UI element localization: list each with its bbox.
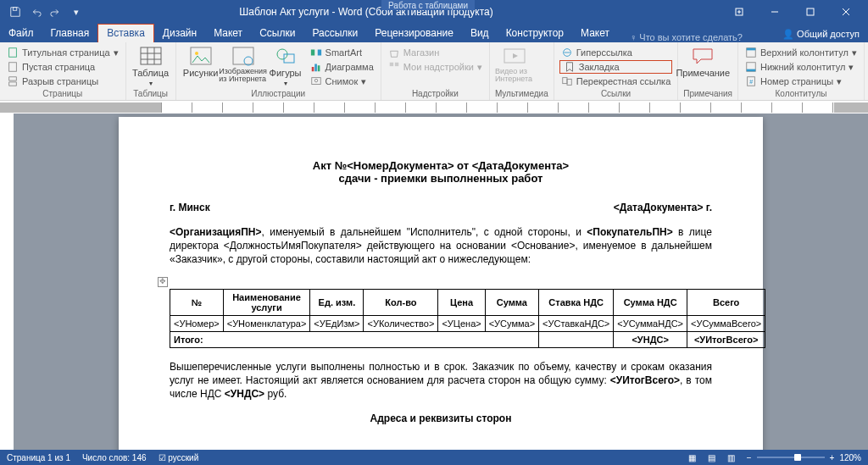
zoom-in-icon[interactable]: +: [830, 453, 835, 462]
online-pictures-button[interactable]: Изображения из Интернета: [224, 44, 263, 83]
zoom-slider[interactable]: [757, 457, 825, 458]
cross-reference-button[interactable]: Перекрестная ссылка: [559, 75, 673, 88]
maximize-icon[interactable]: [793, 1, 827, 23]
table-header-row: №Наименование услугиЕд. изм.Кол-воЦенаСу…: [170, 289, 765, 315]
svg-rect-28: [747, 69, 756, 72]
svg-rect-14: [311, 67, 314, 71]
redo-icon[interactable]: [47, 3, 64, 20]
table-total-row: Итого: <УНДС> <УИтогВсего>: [170, 331, 765, 347]
tab-insert[interactable]: Вставка: [97, 24, 154, 42]
city: г. Минск: [170, 202, 210, 213]
minimize-icon[interactable]: [758, 1, 792, 23]
ribbon-options-icon[interactable]: [722, 1, 756, 23]
bookmark-button[interactable]: Закладка: [559, 60, 673, 74]
ribbon-tabs: Файл Главная Вставка Дизайн Макет Ссылки…: [0, 24, 868, 42]
svg-rect-23: [562, 78, 566, 84]
ribbon: Титульная страница ▾ Пустая страница Раз…: [0, 42, 868, 101]
svg-rect-2: [807, 8, 814, 15]
svg-rect-15: [314, 64, 317, 72]
svg-rect-20: [395, 63, 398, 66]
shapes-button[interactable]: Фигуры▾: [266, 44, 305, 87]
doc-title: Акт №<НомерДокумента> от <ДатаДокумента>…: [170, 159, 712, 185]
table-row: <УНомер><УНоменклатура><УЕдИзм><УКоличес…: [170, 315, 765, 331]
tab-view[interactable]: Вид: [462, 25, 498, 42]
svg-text:#: #: [749, 79, 753, 85]
tab-review[interactable]: Рецензирование: [366, 25, 462, 42]
share-button[interactable]: 👤 Общий доступ: [774, 26, 868, 42]
status-lang[interactable]: ☑ русский: [159, 453, 199, 462]
group-comments: Примечание Примечания: [678, 42, 738, 100]
svg-rect-13: [317, 50, 320, 56]
group-header-footer: Верхний колонтитул ▾ Нижний колонтитул ▾…: [738, 42, 865, 100]
document-area[interactable]: Акт №<НомерДокумента> от <ДатаДокумента>…: [14, 113, 868, 450]
svg-rect-8: [233, 47, 253, 64]
intro-paragraph: <ОрганизацияПН>, именуемый в дальнейшем …: [170, 225, 712, 267]
screenshot-button[interactable]: Снимок ▾: [309, 75, 376, 88]
svg-rect-5: [141, 47, 161, 64]
tab-home[interactable]: Главная: [42, 25, 98, 42]
view-web-icon[interactable]: ▥: [727, 453, 735, 462]
zoom-control[interactable]: − + 120%: [747, 453, 861, 462]
group-links: Гиперссылка Закладка Перекрестная ссылка…: [554, 42, 679, 100]
table-tools-label: Работа с таблицами: [381, 0, 475, 10]
doc-date: <ДатаДокумента> г.: [614, 202, 712, 213]
comment-button[interactable]: Примечание: [683, 44, 722, 78]
store-button[interactable]: Магазин: [387, 46, 484, 59]
tell-me[interactable]: ♀ Что вы хотите сделать?: [630, 32, 774, 42]
tab-file[interactable]: Файл: [0, 25, 42, 42]
footer-button[interactable]: Нижний колонтитул ▾: [743, 60, 859, 74]
pictures-button[interactable]: Рисунки: [181, 44, 220, 78]
undo-icon[interactable]: [27, 3, 44, 20]
window-title: Шаблон Акт услуги - Word (Сбой активации…: [119, 6, 614, 18]
table-button[interactable]: Таблица▾: [131, 44, 170, 87]
tab-layout2[interactable]: Макет: [572, 25, 618, 42]
my-addins-button[interactable]: Мои надстройки ▾: [387, 60, 484, 74]
page-break-button[interactable]: Разрыв страницы: [5, 75, 120, 88]
status-page[interactable]: Страница 1 из 1: [7, 453, 70, 462]
tab-mailings[interactable]: Рассылки: [303, 25, 366, 42]
svg-rect-4: [9, 63, 17, 72]
services-table: №Наименование услугиЕд. изм.Кол-воЦенаСу…: [170, 289, 765, 348]
page-number-button[interactable]: #Номер страницы ▾: [743, 75, 859, 88]
svg-rect-19: [390, 63, 393, 66]
svg-rect-17: [311, 78, 320, 85]
closing-paragraph: Вышеперечисленные услуги выполнены полно…: [170, 360, 712, 401]
svg-rect-3: [9, 48, 17, 58]
quick-access-toolbar: ▾: [0, 3, 85, 20]
svg-rect-26: [747, 48, 756, 51]
header-button[interactable]: Верхний колонтитул ▾: [743, 46, 859, 59]
group-text: AТекстовое поле▾ ▾ A▾ A≡▾ ▾ ▾ Текст: [865, 42, 868, 100]
qat-customize-icon[interactable]: ▾: [68, 3, 85, 20]
blank-page-button[interactable]: Пустая страница: [5, 60, 120, 74]
close-icon[interactable]: [829, 1, 863, 23]
svg-rect-0: [13, 8, 16, 11]
chart-button[interactable]: Диаграмма: [309, 60, 376, 74]
svg-point-18: [314, 79, 318, 82]
group-tables: Таблица▾ Таблицы: [126, 42, 176, 100]
zoom-level[interactable]: 120%: [839, 453, 861, 462]
page: Акт №<НомерДокумента> от <ДатаДокумента>…: [119, 117, 763, 450]
svg-point-7: [195, 52, 198, 55]
tab-references[interactable]: Ссылки: [251, 25, 303, 42]
group-illustrations: Рисунки Изображения из Интернета Фигуры▾…: [176, 42, 381, 100]
addresses-heading: Адреса и реквизиты сторон: [170, 412, 712, 424]
zoom-out-icon[interactable]: −: [747, 453, 752, 462]
cover-page-button[interactable]: Титульная страница ▾: [5, 46, 120, 59]
smartart-button[interactable]: SmartArt: [309, 46, 376, 59]
tab-constructor[interactable]: Конструктор: [498, 25, 572, 42]
vertical-ruler[interactable]: [0, 113, 14, 450]
group-addins: Магазин Мои надстройки ▾ Надстройки: [381, 42, 490, 100]
tab-design[interactable]: Дизайн: [154, 25, 205, 42]
view-read-icon[interactable]: ▦: [688, 453, 696, 462]
group-media: Видео из Интернета Мультимедиа: [490, 42, 554, 100]
online-video-button[interactable]: Видео из Интернета: [495, 44, 534, 83]
svg-rect-16: [317, 65, 320, 71]
group-pages: Титульная страница ▾ Пустая страница Раз…: [0, 42, 126, 100]
titlebar: ▾ Шаблон Акт услуги - Word (Сбой активац…: [0, 0, 868, 24]
status-words[interactable]: Число слов: 146: [82, 453, 147, 462]
hyperlink-button[interactable]: Гиперссылка: [559, 46, 673, 59]
table-move-handle[interactable]: ✥: [158, 277, 168, 287]
tab-layout[interactable]: Макет: [205, 25, 251, 42]
save-icon[interactable]: [7, 3, 24, 20]
view-print-icon[interactable]: ▤: [708, 453, 715, 462]
